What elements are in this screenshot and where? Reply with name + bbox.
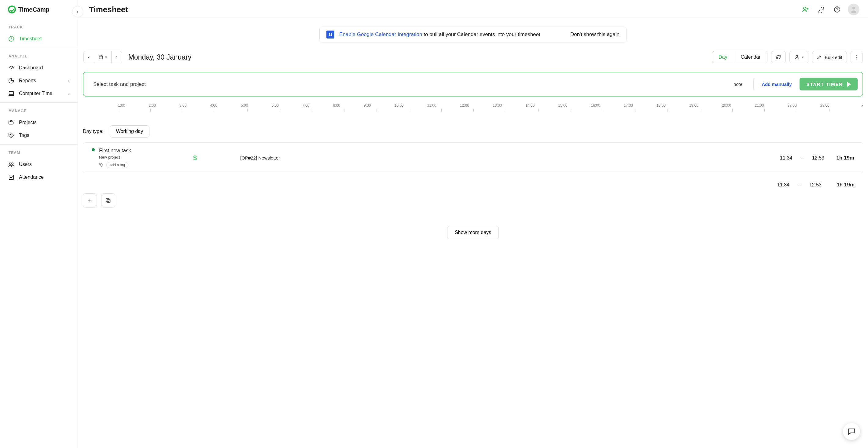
svg-point-7 bbox=[804, 7, 806, 9]
sidebar-item-computer-time[interactable]: Computer Time › bbox=[0, 87, 78, 100]
svg-point-5 bbox=[11, 163, 13, 165]
help-button[interactable] bbox=[832, 4, 842, 15]
add-manually-link[interactable]: Add manually bbox=[758, 82, 795, 87]
timeline-hour-label: 8:00 bbox=[333, 103, 340, 107]
gcal-dismiss-button[interactable]: Don't show this again bbox=[570, 31, 620, 38]
timeline-tick bbox=[732, 109, 733, 112]
timeline-scroll-right[interactable]: › bbox=[862, 103, 863, 108]
timeline-tick bbox=[150, 109, 151, 112]
timeline-hour-label: 18:00 bbox=[656, 103, 666, 107]
svg-rect-6 bbox=[9, 175, 14, 180]
clock-icon bbox=[8, 35, 15, 42]
chat-fab[interactable] bbox=[843, 423, 860, 440]
sidebar-collapse-button[interactable]: ‹ bbox=[72, 6, 83, 17]
sidebar-item-label: Dashboard bbox=[19, 65, 43, 71]
entries-table: First new task New project add a tag $ [… bbox=[83, 142, 863, 173]
chevron-down-icon: ▾ bbox=[105, 55, 107, 59]
sidebar-item-reports[interactable]: Reports › bbox=[0, 74, 78, 87]
bulk-edit-label: Bulk edit bbox=[825, 55, 842, 60]
sidebar-item-users[interactable]: Users bbox=[0, 158, 78, 171]
current-date-label: Monday, 30 January bbox=[128, 53, 192, 61]
page-title: Timesheet bbox=[89, 5, 128, 14]
timeline-tick bbox=[215, 109, 215, 112]
sidebar-item-tags[interactable]: Tags bbox=[0, 129, 78, 142]
date-picker-button[interactable]: ▾ bbox=[94, 51, 111, 63]
sidebar-item-dashboard[interactable]: Dashboard bbox=[0, 61, 78, 74]
svg-point-12 bbox=[796, 55, 798, 57]
timeline-tick bbox=[118, 109, 118, 112]
timeline-hour-label: 6:00 bbox=[272, 103, 279, 107]
view-tabs: Day Calendar bbox=[712, 51, 768, 63]
timeline-hour-label: 10:00 bbox=[395, 103, 404, 107]
timeline-tick bbox=[280, 109, 280, 112]
date-nav-seg: ‹ ▾ › bbox=[84, 51, 122, 63]
date-next-button[interactable]: › bbox=[111, 51, 122, 63]
sidebar-item-timesheet[interactable]: Timesheet bbox=[0, 32, 78, 45]
svg-rect-2 bbox=[9, 92, 14, 95]
brand-name: TimeCamp bbox=[18, 6, 50, 13]
timeline-tick bbox=[538, 109, 538, 112]
timeline-tick bbox=[797, 109, 797, 112]
sidebar-item-label: Reports bbox=[19, 78, 36, 84]
start-timer-button[interactable]: START TIMER bbox=[800, 78, 858, 91]
sidebar-item-label: Timesheet bbox=[19, 36, 41, 41]
timeline-hour-label: 14:00 bbox=[525, 103, 534, 107]
tag-icon bbox=[99, 163, 104, 167]
entry-row[interactable]: First new task New project add a tag $ [… bbox=[83, 143, 863, 173]
task-select-input[interactable]: Select task and project bbox=[93, 81, 722, 87]
tab-calendar[interactable]: Calendar bbox=[734, 51, 768, 63]
entry-reference: [OP#22] Newsletter bbox=[207, 155, 774, 160]
main: Timesheet 31 Enable Google Calendar Inte… bbox=[78, 0, 868, 448]
refresh-icon bbox=[776, 54, 781, 60]
sidebar-section-track: TRACK bbox=[0, 19, 78, 32]
copy-entries-button[interactable] bbox=[101, 193, 115, 207]
timeline-hour-label: 2:00 bbox=[149, 103, 156, 107]
sidebar-item-attendance[interactable]: Attendance bbox=[0, 171, 78, 184]
timeline-tick bbox=[312, 109, 312, 112]
note-input[interactable]: note bbox=[727, 82, 748, 87]
date-prev-button[interactable]: ‹ bbox=[84, 51, 94, 63]
chat-icon bbox=[847, 427, 856, 436]
date-toolbar: ‹ ▾ › Monday, 30 January Day Calendar bbox=[83, 51, 863, 63]
user-icon bbox=[794, 54, 800, 60]
total-end-time: 12:53 bbox=[809, 182, 822, 188]
timeline-hour-label: 9:00 bbox=[364, 103, 371, 107]
svg-point-4 bbox=[9, 163, 11, 165]
sidebar-item-label: Tags bbox=[19, 133, 29, 138]
pie-chart-icon bbox=[8, 77, 15, 84]
svg-point-13 bbox=[100, 164, 101, 164]
timeline-tick bbox=[570, 109, 571, 112]
day-type-select[interactable]: Working day bbox=[110, 125, 150, 137]
gauge-icon bbox=[8, 64, 15, 71]
invite-user-button[interactable] bbox=[800, 4, 810, 15]
timeline-tick bbox=[247, 109, 248, 112]
avatar-menu[interactable] bbox=[848, 4, 860, 15]
timeline-hour-label: 13:00 bbox=[493, 103, 502, 107]
user-filter-button[interactable]: ▾ bbox=[789, 51, 808, 63]
billable-icon[interactable]: $ bbox=[189, 154, 201, 162]
svg-point-9 bbox=[837, 11, 837, 11]
timeline-hour-label: 16:00 bbox=[591, 103, 600, 107]
timeline-hour-label: 12:00 bbox=[460, 103, 469, 107]
brand-logo[interactable]: TimeCamp bbox=[0, 0, 78, 19]
laptop-icon bbox=[8, 90, 15, 97]
total-duration: 1h 19m bbox=[830, 182, 855, 188]
gcal-icon: 31 bbox=[327, 31, 334, 38]
refresh-button[interactable] bbox=[771, 51, 786, 63]
timeline-tick bbox=[668, 109, 668, 112]
bulk-edit-button[interactable]: Bulk edit bbox=[812, 51, 847, 63]
svg-rect-11 bbox=[99, 56, 103, 59]
entry-times[interactable]: 11:34 – 12:53 bbox=[780, 155, 824, 161]
timeline-hour-label: 7:00 bbox=[302, 103, 309, 107]
add-tag-button[interactable]: add a tag bbox=[106, 162, 128, 168]
timeline-hour-label: 21:00 bbox=[754, 103, 764, 107]
add-entry-button[interactable]: ＋ bbox=[83, 193, 97, 207]
gcal-enable-link[interactable]: Enable Google Calendar Integration bbox=[339, 31, 422, 37]
more-menu-button[interactable]: ⋮ bbox=[850, 51, 863, 63]
show-more-days-button[interactable]: Show more days bbox=[447, 226, 499, 239]
tab-day[interactable]: Day bbox=[712, 51, 734, 63]
timeline-hour-label: 1:00 bbox=[118, 103, 125, 107]
timeline-hour-label: 5:00 bbox=[241, 103, 248, 107]
integrations-button[interactable] bbox=[816, 4, 827, 15]
sidebar-item-projects[interactable]: Projects bbox=[0, 116, 78, 129]
